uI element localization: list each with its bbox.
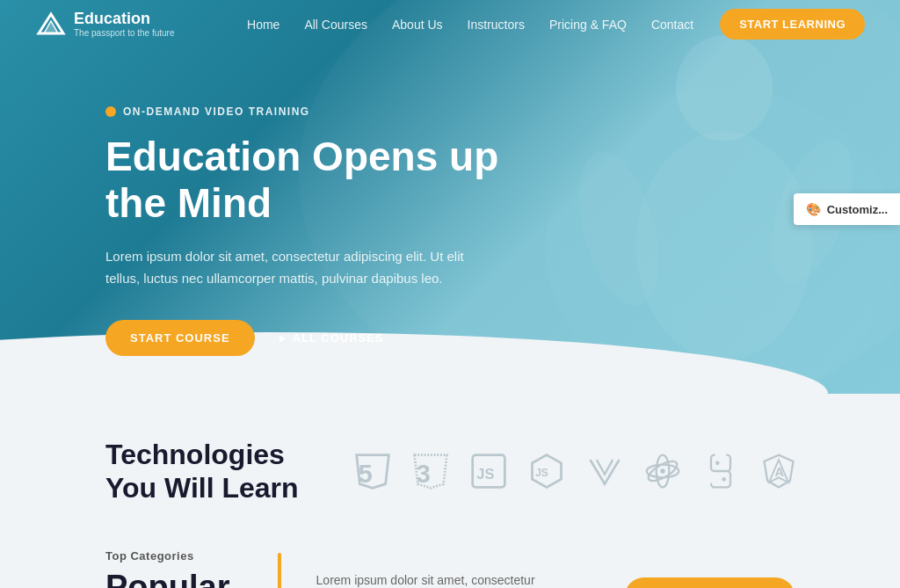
customize-icon: 🎨	[806, 202, 821, 216]
logo-title: Education	[74, 11, 175, 28]
logo-subtitle: The passport to the future	[74, 28, 175, 38]
nav-item-home[interactable]: Home	[247, 17, 279, 33]
categories-title: Popular C...	[105, 570, 243, 588]
view-all-courses-button[interactable]: VIEW ALL COURSES	[625, 577, 795, 588]
svg-text:JS: JS	[476, 467, 494, 483]
hero-cta: START COURSE ALL COURSES	[105, 320, 900, 356]
angular-icon: A	[758, 450, 800, 492]
svg-point-17	[715, 461, 720, 466]
vue-icon	[584, 450, 626, 492]
customize-text: Customiz...	[827, 203, 888, 216]
categories-left: Top Categories Popular C...	[105, 549, 243, 588]
nav-item-all-courses[interactable]: All Courses	[304, 17, 367, 33]
lower-section: Technologies You Will Learn 5 3	[0, 394, 900, 588]
svg-text:JS: JS	[535, 467, 548, 479]
css3-icon: 3	[410, 450, 452, 492]
nav-item-pricing-faq[interactable]: Pricing & FAQ	[549, 17, 627, 33]
tech-icons: 5 3 JS JS	[352, 450, 800, 492]
svg-text:A: A	[774, 465, 784, 479]
customize-panel[interactable]: 🎨 Customiz...	[794, 193, 900, 225]
on-demand-badge: ON-DEMAND VIDEO TRAINING	[105, 105, 900, 118]
svg-point-16	[660, 469, 665, 475]
nav-item-instructors[interactable]: Instructors	[468, 17, 525, 33]
nav-item-about-us[interactable]: About Us	[392, 17, 443, 33]
tech-title: Technologies You Will Learn	[105, 438, 299, 505]
categories-label: Top Categories	[105, 549, 243, 563]
on-demand-text: ON-DEMAND VIDEO TRAINING	[123, 105, 310, 118]
categories-row: Top Categories Popular C... Lorem ipsum …	[0, 549, 900, 588]
start-course-button[interactable]: START COURSE	[105, 320, 255, 356]
hero-section: ON-DEMAND VIDEO TRAINING Education Opens…	[0, 0, 900, 394]
start-learning-button[interactable]: START LEARNING	[720, 9, 865, 40]
javascript-icon: JS	[468, 450, 510, 492]
svg-point-18	[722, 477, 726, 482]
html5-icon: 5	[352, 450, 394, 492]
hero-title: Education Opens up the Mind	[105, 134, 527, 227]
hero-description: Lorem ipsum dolor sit amet, consectetur …	[105, 246, 475, 290]
logo-icon	[35, 9, 67, 40]
logo-area: Education The passport to the future	[35, 9, 175, 40]
python-icon	[700, 450, 742, 492]
hero-content: ON-DEMAND VIDEO TRAINING Education Opens…	[0, 0, 900, 356]
tech-section: Technologies You Will Learn 5 3	[0, 438, 900, 505]
navbar: Education The passport to the future Hom…	[0, 0, 900, 48]
react-icon	[642, 450, 684, 492]
nav-links: Home All Courses About Us Instructors Pr…	[247, 17, 693, 33]
nav-item-contact[interactable]: Contact	[651, 17, 693, 33]
categories-description: Lorem ipsum dolor sit amet, consectetur …	[316, 549, 590, 588]
logo-text-group: Education The passport to the future	[74, 11, 175, 38]
nodejs-icon: JS	[526, 450, 568, 492]
all-courses-link[interactable]: ALL COURSES	[279, 331, 384, 345]
on-demand-dot	[105, 106, 116, 117]
categories-divider	[278, 553, 281, 588]
